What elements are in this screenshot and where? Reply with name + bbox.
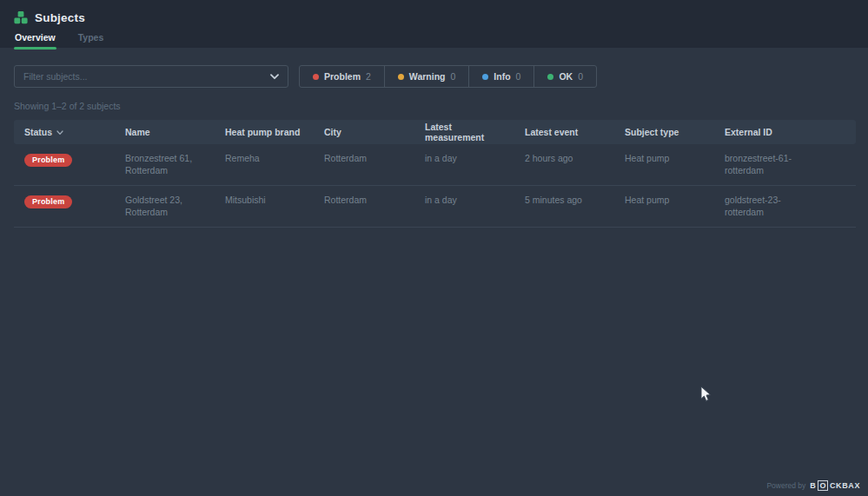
filter-placeholder: Filter subjects... <box>23 71 88 82</box>
status-filter-label: Info <box>494 71 510 82</box>
tab-types[interactable]: Types <box>77 30 105 48</box>
cell-latest-event: 5 minutes ago <box>514 194 614 206</box>
column-header-external-id[interactable]: External ID <box>714 127 856 137</box>
results-summary: Showing 1–2 of 2 subjects <box>14 101 856 111</box>
status-filter-info[interactable]: Info 0 <box>468 66 533 87</box>
info-dot-icon <box>482 74 488 80</box>
footer: Powered by BOCKBAX <box>766 480 860 491</box>
cell-subject-type: Heat pump <box>614 152 714 164</box>
column-header-city[interactable]: City <box>314 127 414 137</box>
status-badge: Problem <box>24 195 72 208</box>
warning-dot-icon <box>398 74 404 80</box>
status-filter-count: 2 <box>366 71 371 82</box>
title-row: Subjects <box>14 9 854 26</box>
table-row[interactable]: Problem Bronzestreet 61, Rotterdam Remeh… <box>14 144 856 186</box>
mouse-cursor <box>700 386 712 406</box>
subjects-table: Status Name Heat pump brand City Latest … <box>14 120 856 228</box>
topbar: Subjects Overview Types <box>0 0 868 48</box>
filter-subjects-select[interactable]: Filter subjects... <box>14 65 288 88</box>
status-filter-group: Problem 2 Warning 0 Info 0 OK 0 <box>299 65 597 88</box>
status-filter-label: Problem <box>324 71 361 82</box>
cell-name: Goldstreet 23, Rotterdam <box>115 194 215 218</box>
status-filter-label: Warning <box>409 71 446 82</box>
status-filter-problem[interactable]: Problem 2 <box>300 66 384 87</box>
status-filter-warning[interactable]: Warning 0 <box>384 66 468 87</box>
status-filter-count: 0 <box>578 71 583 82</box>
problem-dot-icon <box>313 74 319 80</box>
cell-city: Rotterdam <box>314 194 414 206</box>
cell-latest-measurement: in a day <box>414 152 514 164</box>
cell-external-id: goldstreet-23-rotterdam <box>714 194 856 218</box>
status-filter-label: OK <box>559 71 573 82</box>
column-header-label: Status <box>24 127 52 137</box>
table-header-row: Status Name Heat pump brand City Latest … <box>14 120 856 144</box>
cell-status: Problem <box>14 152 115 167</box>
page-title: Subjects <box>35 11 85 24</box>
cell-status: Problem <box>14 194 115 208</box>
cell-latest-event: 2 hours ago <box>514 152 614 164</box>
sort-chevron-icon <box>56 127 63 137</box>
tabs: Overview Types <box>14 30 854 48</box>
cell-city: Rotterdam <box>314 152 414 164</box>
cell-subject-type: Heat pump <box>614 194 714 206</box>
cell-brand: Remeha <box>215 152 314 164</box>
column-header-subject-type[interactable]: Subject type <box>614 127 714 137</box>
status-filter-count: 0 <box>450 71 455 82</box>
content: Filter subjects... Problem 2 Warning 0 I… <box>0 48 868 228</box>
column-header-brand[interactable]: Heat pump brand <box>215 127 314 137</box>
cell-brand: Mitsubishi <box>215 194 314 206</box>
tab-overview[interactable]: Overview <box>14 30 56 48</box>
cell-name: Bronzestreet 61, Rotterdam <box>115 152 215 176</box>
chevron-down-icon <box>270 74 279 80</box>
column-header-status[interactable]: Status <box>14 127 115 137</box>
table-row[interactable]: Problem Goldstreet 23, Rotterdam Mitsubi… <box>14 186 856 228</box>
column-header-latest-event[interactable]: Latest event <box>514 127 614 137</box>
status-badge: Problem <box>24 154 72 167</box>
table-body: Problem Bronzestreet 61, Rotterdam Remeh… <box>14 144 856 228</box>
subjects-icon <box>14 11 28 24</box>
blockbax-logo[interactable]: BOCKBAX <box>810 480 860 491</box>
powered-by-label: Powered by <box>766 481 805 490</box>
column-header-latest-measurement[interactable]: Latest measurement <box>414 122 514 142</box>
status-filter-ok[interactable]: OK 0 <box>533 66 596 87</box>
cell-latest-measurement: in a day <box>414 194 514 206</box>
cell-external-id: bronzestreet-61-rotterdam <box>714 152 856 176</box>
column-header-name[interactable]: Name <box>115 127 215 137</box>
ok-dot-icon <box>547 74 553 80</box>
toolbar: Filter subjects... Problem 2 Warning 0 I… <box>14 65 856 88</box>
status-filter-count: 0 <box>516 71 521 82</box>
